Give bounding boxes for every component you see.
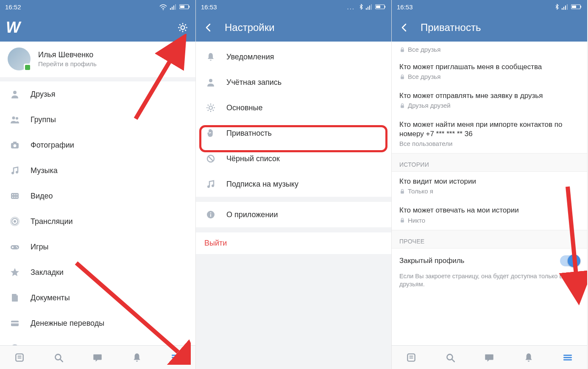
menu-label: Видео (31, 192, 53, 201)
privacy-question: Кто может приглашать меня в сообщества (399, 62, 580, 72)
toggle-knob-icon (568, 254, 580, 267)
menu-label: Уведомления (226, 53, 274, 62)
nav-messages[interactable] (90, 350, 105, 365)
screen-menu: 16:52 W Илья Шевченко Перейти в профиль … (0, 0, 196, 369)
profile-name: Илья Шевченко (38, 50, 97, 59)
settings-item-general[interactable]: Основные (196, 95, 391, 120)
nav-notifications[interactable] (521, 350, 536, 365)
app-header: Настройки (196, 14, 391, 42)
lock-icon (399, 217, 405, 224)
menu-item-bookmarks[interactable]: Закладки (0, 260, 195, 285)
battery-icon (571, 3, 582, 10)
menu-label: Группы (31, 115, 56, 124)
menu-label: Игры (31, 243, 48, 252)
user-icon (204, 76, 217, 89)
settings-item-music-sub[interactable]: Подписка на музыку (196, 171, 391, 197)
settings-item-blacklist[interactable]: Чёрный список (196, 146, 391, 171)
lock-icon (399, 102, 405, 109)
info-icon (204, 208, 217, 221)
privacy-row[interactable]: Кто может приглашать меня в сообщества В… (392, 57, 587, 86)
privacy-row[interactable]: Кто может отвечать на мои истории Никто (392, 201, 587, 229)
privacy-list: Все друзья Кто может приглашать меня в с… (392, 42, 587, 345)
screen-settings: 16:53 ... Настройки Уведомления Учётная … (196, 0, 392, 369)
nav-feed[interactable] (12, 350, 27, 365)
settings-button[interactable] (176, 21, 189, 34)
menu-label: Трансляции (31, 217, 73, 226)
privacy-value: Все пользователи (399, 140, 452, 147)
users-icon (8, 113, 21, 126)
menu-label: Приватность (226, 129, 272, 138)
back-button[interactable] (398, 21, 411, 34)
nav-messages[interactable] (482, 350, 497, 365)
menu-item-help[interactable]: Помощь (0, 336, 195, 345)
menu-item-games[interactable]: Игры (0, 234, 195, 260)
toggle-label: Закрытый профиль (399, 257, 464, 265)
nav-menu[interactable] (168, 350, 184, 365)
menu-item-live[interactable]: Трансляции (0, 209, 195, 234)
status-time: 16:53 (201, 3, 217, 11)
menu-label: Фотографии (31, 141, 74, 150)
privacy-value: Никто (408, 217, 425, 224)
menu-item-docs[interactable]: Документы (0, 285, 195, 310)
privacy-row[interactable]: Все друзья (392, 42, 587, 57)
nav-search[interactable] (51, 350, 66, 365)
menu-item-money[interactable]: Денежные переводы (0, 310, 195, 336)
menu-item-groups[interactable]: Группы (0, 107, 195, 132)
separator (196, 227, 391, 232)
menu-label: Друзья (31, 90, 55, 99)
menu-label: Подписка на музыку (226, 180, 298, 189)
card-icon (8, 317, 21, 330)
profile-row[interactable]: Илья Шевченко Перейти в профиль (0, 42, 195, 81)
app-header: W (0, 14, 195, 42)
status-time: 16:52 (5, 3, 21, 11)
app-header: Приватность (392, 14, 587, 42)
block-icon (204, 152, 217, 165)
section-header-other: ПРОЧЕЕ (392, 230, 587, 249)
user-icon (8, 88, 21, 101)
menu-item-music[interactable]: Музыка (0, 158, 195, 183)
menu-label: Основные (226, 103, 262, 112)
nav-feed[interactable] (404, 350, 419, 365)
wifi-icon (159, 3, 167, 11)
settings-item-privacy[interactable]: Приватность (196, 120, 391, 146)
menu-label: Музыка (31, 166, 58, 175)
nav-menu[interactable] (560, 350, 575, 365)
status-bar: 16:53 (392, 0, 587, 14)
settings-item-account[interactable]: Учётная запись (196, 70, 391, 95)
privacy-row[interactable]: Кто может отправлять мне заявку в друзья… (392, 86, 587, 115)
music-icon (204, 178, 217, 190)
menu-label: Денежные переводы (31, 319, 104, 328)
separator (196, 197, 391, 202)
dots-icon: ... (347, 3, 355, 11)
separator (196, 254, 391, 369)
battery-icon (179, 3, 190, 10)
logout-button[interactable]: Выйти (196, 232, 391, 254)
avatar (8, 48, 31, 70)
privacy-question: Кто может отвечать на мои истории (399, 206, 580, 215)
menu-item-video[interactable]: Видео (0, 183, 195, 209)
privacy-value: Все друзья (408, 73, 440, 80)
privacy-row[interactable]: Кто видит мои истории Только я (392, 172, 587, 201)
nav-notifications[interactable] (129, 350, 145, 365)
bottom-nav (0, 345, 195, 369)
menu-item-photos[interactable]: Фотографии (0, 132, 195, 158)
bell-icon (204, 50, 217, 63)
settings-item-notifications[interactable]: Уведомления (196, 44, 391, 70)
back-button[interactable] (202, 21, 215, 34)
privacy-question: Кто может отправлять мне заявку в друзья (399, 91, 580, 101)
page-title: Настройки (225, 22, 275, 34)
private-profile-toggle[interactable] (560, 255, 580, 266)
help-icon (8, 342, 21, 345)
menu-item-friends[interactable]: Друзья (0, 81, 195, 107)
nav-search[interactable] (443, 350, 458, 365)
section-header-stories: ИСТОРИИ (392, 153, 587, 172)
privacy-row[interactable]: Кто может найти меня при импорте контакт… (392, 115, 587, 153)
settings-item-about[interactable]: О приложении (196, 202, 391, 227)
gamepad-icon (8, 240, 21, 253)
privacy-question: Кто видит мои истории (399, 177, 580, 186)
star-icon (8, 266, 21, 279)
menu-label: Закладки (31, 268, 64, 277)
private-profile-hint: Если Вы закроете страницу, она будет дос… (392, 270, 587, 296)
broadcast-icon (8, 215, 21, 228)
lock-icon (399, 46, 405, 53)
